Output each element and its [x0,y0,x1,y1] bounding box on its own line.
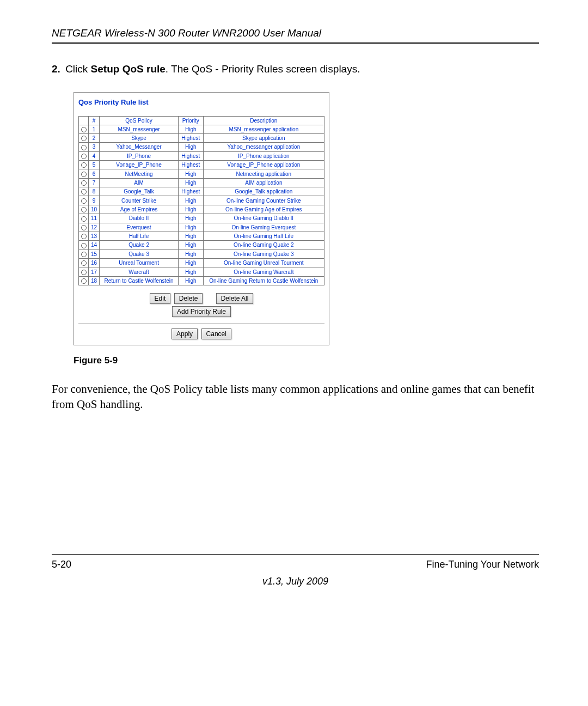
table-header-row: # QoS Policy Priority Description [79,116,324,125]
row-priority: Highest [178,161,203,169]
radio-icon[interactable] [81,270,87,275]
row-priority: High [178,276,203,285]
row-priority: Highest [178,133,203,142]
row-priority: High [178,232,203,240]
radio-icon[interactable] [81,154,87,159]
add-priority-rule-button[interactable]: Add Priority Rule [172,306,231,317]
row-radio-cell[interactable] [79,232,89,240]
page-header: NETGEAR Wireless-N 300 Router WNR2000 Us… [52,27,539,44]
row-number: 17 [89,267,100,276]
row-policy: Return to Castle Wolfenstein [100,276,179,285]
row-radio-cell[interactable] [79,214,89,223]
radio-icon[interactable] [81,127,87,132]
step-text-rest: . The QoS - Priority Rules screen displa… [166,63,360,75]
row-radio-cell[interactable] [79,196,89,205]
radio-icon[interactable] [81,278,87,284]
row-number: 6 [89,169,100,178]
row-radio-cell[interactable] [79,205,89,214]
row-policy: Age of Empires [100,205,179,214]
row-radio-cell[interactable] [79,267,89,276]
footer-version: v1.3, July 2009 [52,576,539,587]
button-row-3: Apply Cancel [78,328,324,339]
row-radio-cell[interactable] [79,223,89,232]
row-number: 14 [89,241,100,249]
row-radio-cell[interactable] [79,241,89,249]
row-radio-cell[interactable] [79,151,89,160]
cancel-button[interactable]: Cancel [201,328,231,339]
row-description: On-line Gaming Quake 3 [203,249,324,258]
row-description: On-line Gaming Diablo II [203,214,324,223]
row-priority: Highest [178,151,203,160]
panel-title: Qos Priority Rule list [78,98,324,106]
row-description: On-line Gaming Quake 2 [203,241,324,249]
radio-icon[interactable] [81,189,87,194]
row-policy: Quake 2 [100,241,179,249]
row-policy: Skype [100,133,179,142]
table-row: 7AIMHighAIM application [79,178,324,187]
row-radio-cell[interactable] [79,161,89,169]
row-description: On-line Gaming Return to Castle Wolfenst… [203,276,324,285]
table-row: 8Google_TalkHighestGoogle_Talk applicati… [79,187,324,196]
table-row: 11Diablo IIHighOn-line Gaming Diablo II [79,214,324,223]
row-radio-cell[interactable] [79,125,89,133]
row-number: 1 [89,125,100,133]
row-radio-cell[interactable] [79,249,89,258]
radio-icon[interactable] [81,180,87,186]
row-policy: Counter Strike [100,196,179,205]
edit-button[interactable]: Edit [150,293,171,304]
radio-icon[interactable] [81,145,87,150]
row-policy: NetMeeting [100,169,179,178]
row-radio-cell[interactable] [79,133,89,142]
row-priority: Highest [178,187,203,196]
delete-button[interactable]: Delete [174,293,203,304]
radio-icon[interactable] [81,260,87,266]
table-row: 2SkypeHighestSkype application [79,133,324,142]
table-row: 15Quake 3HighOn-line Gaming Quake 3 [79,249,324,258]
row-description: On-line Gaming Counter Strike [203,196,324,205]
row-radio-cell[interactable] [79,178,89,187]
row-number: 12 [89,223,100,232]
col-description: Description [203,116,324,125]
row-radio-cell[interactable] [79,258,89,267]
radio-icon[interactable] [81,162,87,168]
radio-icon[interactable] [81,172,87,177]
col-priority: Priority [178,116,203,125]
radio-icon[interactable] [81,216,87,222]
row-description: Netmeeting application [203,169,324,178]
table-row: 17WarcraftHighOn-line Gaming Warcraft [79,267,324,276]
row-priority: High [178,205,203,214]
row-radio-cell[interactable] [79,143,89,151]
row-radio-cell[interactable] [79,187,89,196]
apply-button[interactable]: Apply [171,328,198,339]
radio-icon[interactable] [81,252,87,257]
table-row: 4IP_PhoneHighestIP_Phone application [79,151,324,160]
radio-icon[interactable] [81,136,87,141]
col-policy: QoS Policy [100,116,179,125]
row-policy: AIM [100,178,179,187]
row-priority: High [178,214,203,223]
row-policy: Quake 3 [100,249,179,258]
delete-all-button[interactable]: Delete All [216,293,254,304]
body-paragraph: For convenience, the QoS Policy table li… [52,381,539,412]
radio-icon[interactable] [81,207,87,212]
row-priority: High [178,169,203,178]
row-policy: Diablo II [100,214,179,223]
step-text-lead: Click [65,63,90,75]
row-number: 18 [89,276,100,285]
radio-icon[interactable] [81,198,87,204]
footer-page-number: 5-20 [52,559,71,570]
row-description: On-line Gaming Unreal Tourment [203,258,324,267]
row-description: Vonage_IP_Phone application [203,161,324,169]
row-number: 2 [89,133,100,142]
radio-icon[interactable] [81,243,87,248]
row-priority: High [178,125,203,133]
row-priority: High [178,249,203,258]
step-number: 2. [52,63,60,75]
row-description: On-line Gaming Warcraft [203,267,324,276]
row-priority: High [178,258,203,267]
row-radio-cell[interactable] [79,169,89,178]
row-description: On-line Gaming Everquest [203,223,324,232]
radio-icon[interactable] [81,234,87,239]
radio-icon[interactable] [81,225,87,230]
row-radio-cell[interactable] [79,276,89,285]
